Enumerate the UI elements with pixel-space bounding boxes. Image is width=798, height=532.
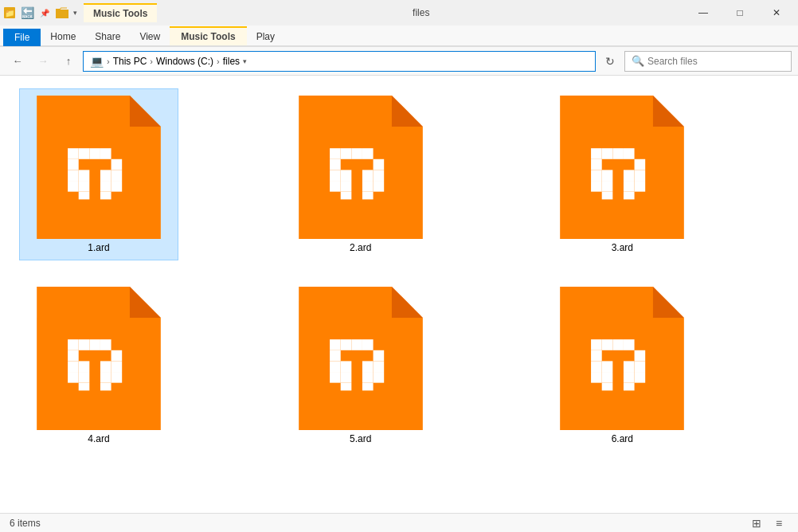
search-icon: 🔍 bbox=[632, 55, 644, 67]
refresh-button[interactable]: ↻ bbox=[599, 51, 621, 72]
file-name: 1.ard bbox=[88, 242, 109, 253]
file-name: 3.ard bbox=[612, 242, 633, 253]
path-sep-2: › bbox=[150, 57, 153, 66]
svg-rect-104 bbox=[591, 372, 602, 383]
svg-rect-58 bbox=[68, 339, 79, 350]
dropdown-arrow[interactable]: ▾ bbox=[73, 9, 77, 17]
svg-rect-50 bbox=[591, 181, 602, 192]
pin-icon: 📌 bbox=[38, 6, 51, 19]
path-dropdown[interactable]: ▾ bbox=[243, 57, 247, 65]
ribbon-tabs: File Home Share View Music Tools Play bbox=[0, 25, 798, 46]
tab-play[interactable]: Play bbox=[247, 28, 284, 45]
svg-rect-46 bbox=[635, 159, 646, 170]
file-item[interactable]: 2.ard bbox=[281, 88, 440, 260]
svg-rect-60 bbox=[89, 339, 100, 350]
svg-marker-3 bbox=[130, 96, 161, 127]
svg-rect-69 bbox=[79, 372, 90, 383]
svg-rect-108 bbox=[602, 383, 613, 391]
tab-view[interactable]: View bbox=[130, 28, 170, 45]
svg-rect-91 bbox=[362, 383, 374, 391]
file-icon-3 bbox=[558, 96, 686, 239]
address-path[interactable]: 💻 › This PC › Windows (C:) › files ▾ bbox=[83, 51, 596, 72]
svg-rect-72 bbox=[79, 383, 90, 391]
tab-home[interactable]: Home bbox=[41, 28, 85, 45]
path-thispc[interactable]: This PC bbox=[113, 56, 147, 67]
close-button[interactable]: ✕ bbox=[758, 0, 795, 25]
svg-rect-17 bbox=[111, 181, 123, 192]
address-bar: ← → ↑ 💻 › This PC › Windows (C:) › files… bbox=[0, 47, 798, 76]
path-folder[interactable]: files bbox=[223, 56, 240, 67]
svg-rect-71 bbox=[111, 372, 123, 383]
file-icon-1 bbox=[35, 96, 162, 239]
music-tools-tab-title: Music Tools bbox=[84, 3, 157, 22]
svg-rect-29 bbox=[373, 170, 384, 181]
svg-rect-95 bbox=[602, 339, 613, 350]
tab-file[interactable]: File bbox=[3, 29, 41, 46]
file-item[interactable]: 1.ard bbox=[19, 88, 178, 260]
svg-rect-44 bbox=[591, 159, 602, 170]
svg-rect-15 bbox=[79, 181, 90, 192]
file-item[interactable]: 3.ard bbox=[542, 88, 702, 260]
svg-rect-25 bbox=[362, 148, 374, 159]
file-item[interactable]: 5.ard bbox=[281, 280, 440, 452]
file-icon-2 bbox=[297, 96, 424, 239]
forward-button[interactable]: → bbox=[32, 51, 54, 72]
svg-rect-27 bbox=[330, 170, 341, 181]
tab-share[interactable]: Share bbox=[85, 28, 130, 45]
content-area: 1.ard bbox=[0, 76, 798, 513]
svg-rect-94 bbox=[591, 339, 602, 350]
path-sep-1: › bbox=[107, 57, 110, 66]
svg-rect-102 bbox=[602, 361, 613, 372]
back-button[interactable]: ← bbox=[6, 51, 29, 72]
svg-rect-59 bbox=[79, 339, 90, 350]
svg-rect-98 bbox=[591, 350, 602, 362]
svg-rect-43 bbox=[624, 148, 635, 159]
svg-rect-62 bbox=[68, 350, 79, 362]
large-icons-view-button[interactable]: ⊞ bbox=[747, 516, 766, 530]
svg-rect-100 bbox=[635, 350, 646, 362]
details-view-button[interactable]: ≡ bbox=[769, 516, 788, 530]
svg-rect-78 bbox=[351, 339, 362, 350]
svg-rect-34 bbox=[362, 181, 374, 192]
svg-rect-9 bbox=[68, 170, 79, 181]
path-drive[interactable]: Windows (C:) bbox=[156, 56, 213, 67]
svg-rect-103 bbox=[624, 361, 635, 372]
file-icon-5 bbox=[297, 287, 424, 430]
svg-rect-32 bbox=[330, 181, 341, 192]
app-icon: 📁 bbox=[3, 6, 16, 19]
search-box[interactable]: 🔍 bbox=[624, 51, 792, 72]
svg-rect-14 bbox=[68, 181, 79, 192]
svg-rect-82 bbox=[373, 350, 384, 362]
tab-music-tools[interactable]: Music Tools bbox=[170, 26, 246, 45]
svg-rect-88 bbox=[362, 372, 374, 383]
svg-rect-36 bbox=[340, 192, 351, 200]
up-button[interactable]: ↑ bbox=[57, 51, 80, 72]
svg-rect-47 bbox=[635, 170, 646, 181]
svg-rect-52 bbox=[624, 181, 635, 192]
svg-rect-55 bbox=[624, 192, 635, 200]
svg-rect-54 bbox=[602, 192, 613, 200]
svg-rect-85 bbox=[362, 361, 374, 372]
svg-rect-5 bbox=[79, 148, 90, 159]
svg-rect-53 bbox=[635, 181, 646, 192]
svg-rect-87 bbox=[340, 372, 351, 383]
minimize-button[interactable]: — bbox=[685, 0, 722, 25]
svg-marker-93 bbox=[653, 287, 684, 318]
svg-rect-63 bbox=[68, 361, 79, 372]
file-icon-4 bbox=[35, 287, 162, 430]
svg-rect-23 bbox=[340, 148, 351, 159]
file-item[interactable]: 6.ard bbox=[542, 280, 702, 452]
svg-rect-41 bbox=[602, 148, 613, 159]
file-item[interactable]: 4.ard bbox=[19, 280, 178, 452]
svg-rect-40 bbox=[591, 148, 602, 159]
svg-rect-66 bbox=[79, 361, 90, 372]
svg-text:📁: 📁 bbox=[5, 8, 15, 18]
search-input[interactable] bbox=[647, 56, 784, 67]
svg-rect-31 bbox=[362, 170, 374, 181]
view-controls: ⊞ ≡ bbox=[747, 516, 788, 530]
window-title: files bbox=[157, 7, 685, 18]
maximize-button[interactable]: □ bbox=[722, 0, 758, 25]
svg-rect-90 bbox=[340, 383, 351, 391]
file-grid: 1.ard bbox=[19, 88, 779, 452]
file-name: 5.ard bbox=[350, 433, 371, 444]
